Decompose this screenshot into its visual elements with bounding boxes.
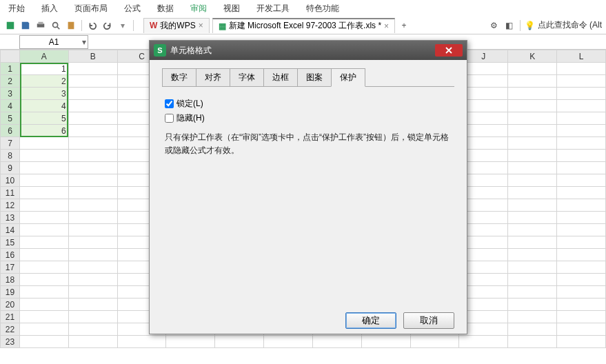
cell-L18[interactable]: [557, 274, 606, 286]
doc-tab-excel[interactable]: ▦ 新建 Microsoft Excel 97-2003 工作表.xls * ×: [212, 18, 395, 33]
cell-B23[interactable]: [68, 336, 117, 348]
row-header-5[interactable]: 5: [1, 112, 20, 125]
col-header-A[interactable]: A: [19, 50, 68, 63]
cell-B9[interactable]: [68, 162, 117, 174]
cell-A8[interactable]: [19, 150, 68, 162]
menu-item-4[interactable]: 数据: [157, 3, 174, 14]
row-header-18[interactable]: 18: [1, 274, 20, 286]
row-header-3[interactable]: 3: [1, 88, 20, 100]
row-header-7[interactable]: 7: [1, 137, 20, 150]
cell-B22[interactable]: [68, 323, 117, 336]
row-header-20[interactable]: 20: [1, 299, 20, 311]
row-header-12[interactable]: 12: [1, 199, 20, 212]
cell-K10[interactable]: [508, 174, 557, 187]
paste-icon[interactable]: [65, 19, 77, 32]
cell-B4[interactable]: [68, 100, 117, 112]
col-header-K[interactable]: K: [508, 50, 557, 63]
cell-B10[interactable]: [68, 174, 117, 187]
cell-K15[interactable]: [508, 236, 557, 249]
row-header-11[interactable]: 11: [1, 187, 20, 199]
cell-L13[interactable]: [557, 212, 606, 224]
dialog-tab-4[interactable]: 图案: [297, 68, 332, 87]
cell-A2[interactable]: 2: [19, 75, 68, 88]
cell-A1[interactable]: 1: [19, 63, 68, 75]
menu-item-2[interactable]: 页面布局: [74, 3, 108, 14]
cell-L4[interactable]: [557, 100, 606, 112]
hide-checkbox-row[interactable]: 隐藏(H): [165, 112, 452, 124]
cell-K20[interactable]: [508, 299, 557, 311]
cell-A17[interactable]: [19, 261, 68, 274]
cell-A16[interactable]: [19, 249, 68, 261]
cell-A14[interactable]: [19, 224, 68, 236]
lock-checkbox[interactable]: [165, 99, 174, 108]
cell-B8[interactable]: [68, 150, 117, 162]
menu-item-8[interactable]: 特色功能: [306, 3, 339, 14]
cell-L19[interactable]: [557, 286, 606, 299]
cell-K5[interactable]: [508, 112, 557, 125]
cell-K18[interactable]: [508, 274, 557, 286]
cell-A11[interactable]: [19, 187, 68, 199]
cell-A13[interactable]: [19, 212, 68, 224]
cell-B5[interactable]: [68, 112, 117, 125]
ok-button[interactable]: 确定: [345, 312, 396, 329]
cell-L1[interactable]: [557, 63, 606, 75]
row-header-16[interactable]: 16: [1, 249, 20, 261]
row-header-21[interactable]: 21: [1, 311, 20, 323]
dialog-tab-2[interactable]: 字体: [230, 68, 264, 87]
row-header-17[interactable]: 17: [1, 261, 20, 274]
cell-B15[interactable]: [68, 236, 117, 249]
dialog-tab-1[interactable]: 对齐: [196, 68, 230, 87]
cell-A21[interactable]: [19, 311, 68, 323]
close-icon[interactable]: ×: [384, 21, 389, 31]
col-header-B[interactable]: B: [68, 50, 117, 63]
cell-K9[interactable]: [508, 162, 557, 174]
cell-A20[interactable]: [19, 299, 68, 311]
cell-K17[interactable]: [508, 261, 557, 274]
save-icon[interactable]: [19, 19, 32, 32]
menu-item-1[interactable]: 插入: [41, 3, 58, 14]
dialog-tab-3[interactable]: 边框: [263, 68, 298, 87]
row-header-6[interactable]: 6: [1, 125, 20, 137]
cell-A23[interactable]: [19, 336, 68, 348]
cell-K2[interactable]: [508, 75, 557, 88]
dialog-tab-5[interactable]: 保护: [331, 68, 365, 87]
row-header-13[interactable]: 13: [1, 212, 20, 224]
row-header-14[interactable]: 14: [1, 224, 20, 236]
cell-K4[interactable]: [508, 100, 557, 112]
cell-L7[interactable]: [557, 137, 606, 150]
cell-A18[interactable]: [19, 274, 68, 286]
cell-L2[interactable]: [557, 75, 606, 88]
row-header-22[interactable]: 22: [1, 323, 20, 336]
cell-B11[interactable]: [68, 187, 117, 199]
cell-L21[interactable]: [557, 311, 606, 323]
cell-A6[interactable]: 6: [19, 125, 68, 137]
cell-G23[interactable]: [312, 336, 361, 348]
doc-tab-wps[interactable]: W 我的WPS ×: [143, 18, 210, 33]
cell-A12[interactable]: [19, 199, 68, 212]
cell-B21[interactable]: [68, 311, 117, 323]
print-icon[interactable]: [34, 19, 47, 32]
cell-I23[interactable]: [410, 336, 459, 348]
lock-checkbox-row[interactable]: 锁定(L): [165, 98, 452, 110]
cell-K8[interactable]: [508, 150, 557, 162]
cell-L8[interactable]: [557, 150, 606, 162]
name-box[interactable]: A1 ▾: [19, 35, 88, 49]
cell-E23[interactable]: [215, 336, 264, 348]
cell-B13[interactable]: [68, 212, 117, 224]
cell-L15[interactable]: [557, 236, 606, 249]
cell-B6[interactable]: [68, 125, 117, 137]
home-icon[interactable]: [4, 19, 17, 32]
row-header-9[interactable]: 9: [1, 162, 20, 174]
select-all-corner[interactable]: [1, 50, 20, 63]
cell-C23[interactable]: [117, 336, 166, 348]
cell-H23[interactable]: [361, 336, 410, 348]
cell-K3[interactable]: [508, 88, 557, 100]
hide-checkbox[interactable]: [165, 114, 174, 123]
cell-K12[interactable]: [508, 199, 557, 212]
cell-A7[interactable]: [19, 137, 68, 150]
row-header-8[interactable]: 8: [1, 150, 20, 162]
cell-L17[interactable]: [557, 261, 606, 274]
search-command-hint[interactable]: 点此查找命令 (Alt: [538, 19, 602, 31]
cell-B1[interactable]: [68, 63, 117, 75]
cell-A5[interactable]: 5: [19, 112, 68, 125]
